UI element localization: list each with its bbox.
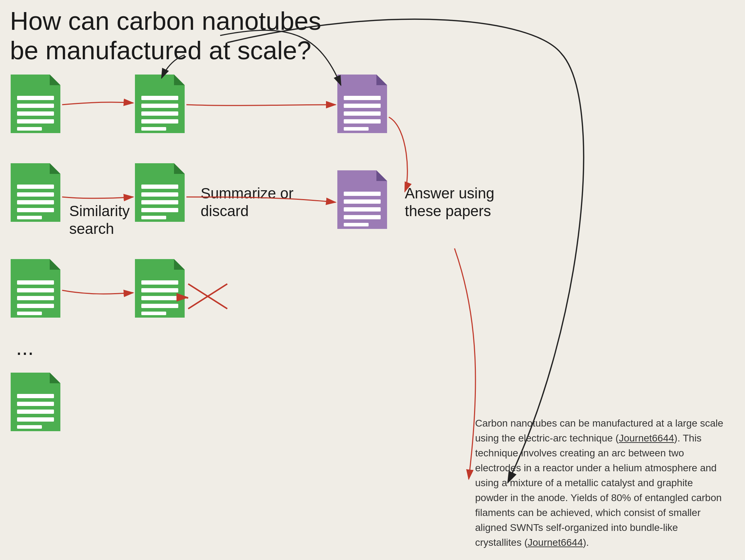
svg-rect-54 [344,119,381,123]
svg-marker-15 [50,259,60,270]
svg-rect-58 [344,192,381,196]
answer-text-block: Carbon nanotubes can be manufactured at … [475,416,724,550]
svg-rect-38 [141,192,178,197]
svg-rect-13 [17,216,42,219]
svg-rect-47 [141,304,178,308]
svg-rect-33 [141,119,178,123]
svg-rect-61 [344,215,381,219]
svg-rect-53 [344,111,381,116]
svg-marker-57 [376,170,387,181]
doc-col3-row2 [337,170,387,229]
svg-rect-3 [17,104,54,108]
svg-rect-46 [141,296,178,300]
svg-rect-41 [141,216,166,219]
svg-rect-60 [344,207,381,212]
svg-rect-4 [17,111,54,116]
svg-rect-25 [17,410,54,414]
doc-col1-row1 [11,75,60,133]
doc-col1-row3 [11,259,60,318]
svg-rect-34 [141,127,166,131]
svg-rect-51 [344,96,381,100]
svg-rect-31 [141,104,178,108]
svg-rect-30 [141,96,178,100]
doc-col2-row3 [135,259,185,318]
svg-rect-39 [141,200,178,204]
doc-col3-row1 [337,75,387,133]
answer-using-label: Answer usingthese papers [405,185,494,220]
svg-rect-17 [17,288,54,292]
dots-label: ... [16,335,34,360]
doc-col2-row2 [135,163,185,222]
svg-rect-40 [141,208,178,212]
svg-rect-5 [17,119,54,123]
similarity-search-label: Similaritysearch [69,202,130,238]
svg-rect-45 [141,288,178,292]
svg-rect-2 [17,96,54,100]
svg-rect-59 [344,199,381,204]
citation-1: Journet6644 [619,433,674,444]
svg-rect-19 [17,304,54,308]
svg-marker-22 [50,373,60,383]
svg-rect-9 [17,185,54,189]
svg-rect-10 [17,192,54,197]
title-line1: How can carbon nanotubes [10,7,321,35]
svg-rect-26 [17,417,54,422]
svg-rect-24 [17,402,54,406]
doc-col1-row4 [11,373,60,431]
main-title: How can carbon nanotubes be manufactured… [10,6,321,65]
svg-rect-11 [17,200,54,204]
citation-2: Journet6644 [528,537,583,548]
svg-rect-32 [141,111,178,116]
svg-marker-29 [174,75,185,85]
svg-marker-1 [50,75,60,85]
svg-line-67 [188,284,227,309]
doc-col2-row1 [135,75,185,133]
svg-rect-6 [17,127,42,131]
svg-rect-52 [344,104,381,108]
doc-col1-row2 [11,163,60,222]
svg-rect-12 [17,208,54,212]
svg-rect-37 [141,185,178,189]
svg-rect-20 [17,312,42,315]
svg-marker-36 [174,163,185,174]
svg-rect-18 [17,296,54,300]
svg-marker-50 [376,75,387,85]
summarize-or-discard-label: Summarize ordiscard [201,185,293,220]
svg-rect-16 [17,280,54,285]
title-line2: be manufactured at scale? [10,36,311,65]
svg-marker-43 [174,259,185,270]
svg-marker-8 [50,163,60,174]
svg-rect-48 [141,312,166,315]
svg-rect-55 [344,127,369,131]
svg-line-66 [188,284,227,309]
svg-rect-27 [17,425,42,429]
svg-rect-23 [17,394,54,398]
svg-rect-44 [141,280,178,285]
svg-rect-62 [344,223,369,226]
